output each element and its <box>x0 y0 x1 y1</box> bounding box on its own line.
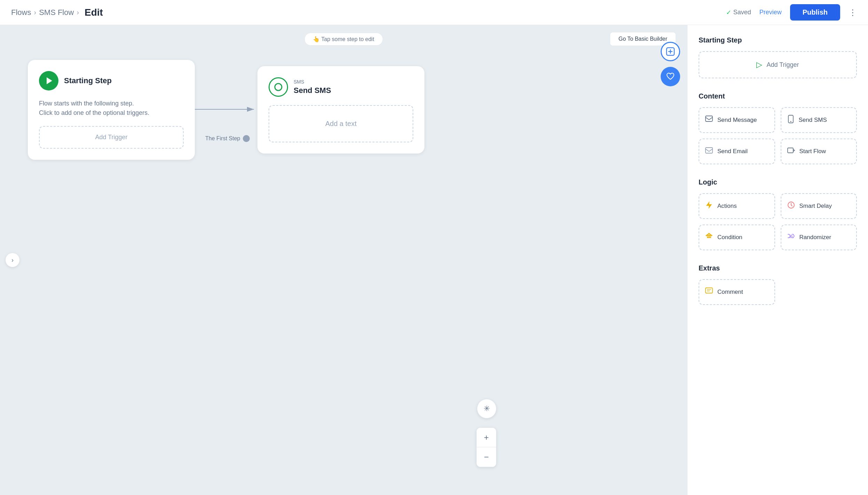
main-layout: 👆 Tap some step to edit Go To Basic Buil… <box>0 25 868 495</box>
svg-point-2 <box>275 84 282 91</box>
spark-button[interactable]: ✳ <box>477 399 496 418</box>
starting-step-desc: Flow starts with the following step. Cli… <box>39 99 184 118</box>
randomizer-label: Randomizer <box>799 234 831 241</box>
smart-delay-label: Smart Delay <box>799 203 832 210</box>
svg-rect-6 <box>706 116 712 121</box>
zoom-in-button[interactable]: + <box>477 428 496 447</box>
condition-icon <box>705 232 713 243</box>
svg-rect-13 <box>706 288 712 293</box>
logic-items-grid: ActionsSmart DelayConditionRandomizer <box>699 193 857 250</box>
sms-node-titles: SMS Send SMS <box>294 79 331 95</box>
panel-item-send-sms[interactable]: Send SMS <box>781 107 857 133</box>
node-header: Starting Step <box>39 71 184 91</box>
breadcrumb-sms-flow[interactable]: SMS Flow <box>39 8 74 17</box>
first-step-label: The First Step <box>205 135 250 142</box>
panel-extras-title: Extras <box>699 264 857 272</box>
panel-content-section: Content Send MessageSend SMSSend EmailSt… <box>699 92 857 164</box>
starting-step-node[interactable]: Starting Step Flow starts with the follo… <box>28 60 195 160</box>
zoom-controls: + − <box>476 427 496 467</box>
panel-item-actions[interactable]: Actions <box>699 193 775 219</box>
arrow-svg <box>195 95 257 123</box>
send-email-label: Send Email <box>717 148 748 155</box>
send-message-icon <box>705 115 713 125</box>
saved-label: Saved <box>733 9 751 16</box>
extras-items-grid: Comment <box>699 279 857 305</box>
send-sms-label: Send SMS <box>799 117 827 124</box>
send-message-label: Send Message <box>717 117 757 124</box>
panel-starting-step-title: Starting Step <box>699 36 857 44</box>
panel-content-title: Content <box>699 92 857 100</box>
sms-send-node[interactable]: SMS Send SMS Add a text <box>257 66 424 154</box>
panel-item-send-email[interactable]: Send Email <box>699 139 775 164</box>
check-icon: ✓ <box>726 9 731 16</box>
sms-node-header: SMS Send SMS <box>269 77 413 97</box>
preview-button[interactable]: Preview <box>759 9 782 16</box>
svg-rect-10 <box>788 148 793 153</box>
randomizer-icon <box>787 232 795 243</box>
panel-item-smart-delay[interactable]: Smart Delay <box>781 193 857 219</box>
comment-icon <box>705 287 713 297</box>
breadcrumb: Flows › SMS Flow › Edit <box>11 7 103 18</box>
actions-icon <box>705 201 713 211</box>
starting-step-add-trigger[interactable]: Add Trigger <box>39 126 184 149</box>
smart-delay-icon <box>787 201 795 211</box>
panel-extras-section: Extras Comment <box>699 264 857 305</box>
first-step-dot <box>243 135 250 142</box>
breadcrumb-flows[interactable]: Flows <box>11 8 31 17</box>
svg-marker-0 <box>47 77 52 84</box>
add-text-box[interactable]: Add a text <box>269 105 413 142</box>
saved-indicator: ✓ Saved <box>726 9 751 16</box>
starting-step-title: Starting Step <box>64 76 112 85</box>
condition-label: Condition <box>717 234 742 241</box>
more-button[interactable]: ⋮ <box>849 8 857 17</box>
svg-rect-9 <box>706 148 712 153</box>
panel-item-randomizer[interactable]: Randomizer <box>781 225 857 250</box>
start-flow-icon <box>787 146 795 157</box>
content-items-grid: Send MessageSend SMSSend EmailStart Flow <box>699 107 857 164</box>
flow-canvas[interactable]: 👆 Tap some step to edit Go To Basic Buil… <box>0 25 687 495</box>
page-title: Edit <box>85 7 103 18</box>
actions-label: Actions <box>717 203 737 210</box>
panel-starting-step-section: Starting Step ▷ Add Trigger <box>699 36 857 78</box>
panel-logic-title: Logic <box>699 178 857 186</box>
panel-item-start-flow[interactable]: Start Flow <box>781 139 857 164</box>
tap-hint: 👆 Tap some step to edit <box>304 33 383 46</box>
header-right: ✓ Saved Preview Publish ⋮ <box>726 4 857 21</box>
sub-header: 👆 Tap some step to edit Go To Basic Buil… <box>0 25 687 46</box>
zoom-out-button[interactable]: − <box>477 447 496 467</box>
panel-logic-section: Logic ActionsSmart DelayConditionRandomi… <box>699 178 857 250</box>
panel-item-condition[interactable]: Condition <box>699 225 775 250</box>
comment-label: Comment <box>717 289 743 296</box>
panel-item-send-message[interactable]: Send Message <box>699 107 775 133</box>
starting-step-icon <box>39 71 58 91</box>
collapse-sidebar-button[interactable]: › <box>6 253 19 267</box>
flow-arrow: The First Step <box>195 95 257 125</box>
start-flow-label: Start Flow <box>799 148 826 155</box>
panel-add-trigger[interactable]: ▷ Add Trigger <box>699 51 857 78</box>
trigger-play-icon: ▷ <box>756 60 762 69</box>
flow-area: Starting Step Flow starts with the follo… <box>28 60 424 160</box>
send-sms-icon <box>787 115 795 125</box>
send-email-icon <box>705 146 713 157</box>
panel-item-comment[interactable]: Comment <box>699 279 775 305</box>
right-panel: Starting Step ▷ Add Trigger Content Send… <box>687 25 868 495</box>
header: Flows › SMS Flow › Edit ✓ Saved Preview … <box>0 0 868 25</box>
publish-button[interactable]: Publish <box>790 4 840 21</box>
sms-node-icon <box>269 77 288 97</box>
